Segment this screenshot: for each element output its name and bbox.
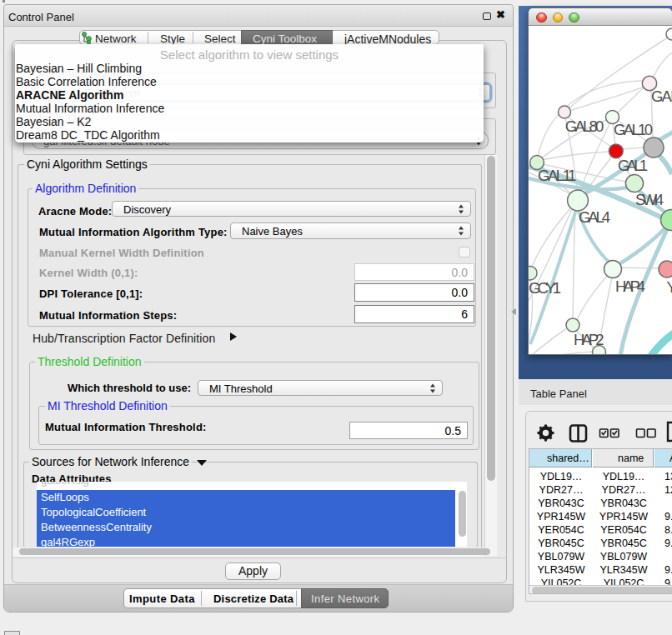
svg-text:GAL1: GAL1	[618, 157, 648, 174]
svg-text:GAL4: GAL4	[579, 208, 610, 226]
svg-text:GAL80: GAL80	[565, 118, 604, 135]
svg-text:HAP4: HAP4	[615, 278, 645, 295]
svg-text:GAL11: GAL11	[538, 167, 576, 184]
svg-text:Y: Y	[667, 278, 672, 296]
svg-text:GCY1: GCY1	[529, 279, 561, 297]
svg-text:GAL10: GAL10	[614, 121, 653, 138]
svg-text:SWI4: SWI4	[635, 191, 664, 208]
svg-text:GAL7: GAL7	[651, 88, 672, 105]
svg-text:HAP2: HAP2	[574, 331, 604, 348]
